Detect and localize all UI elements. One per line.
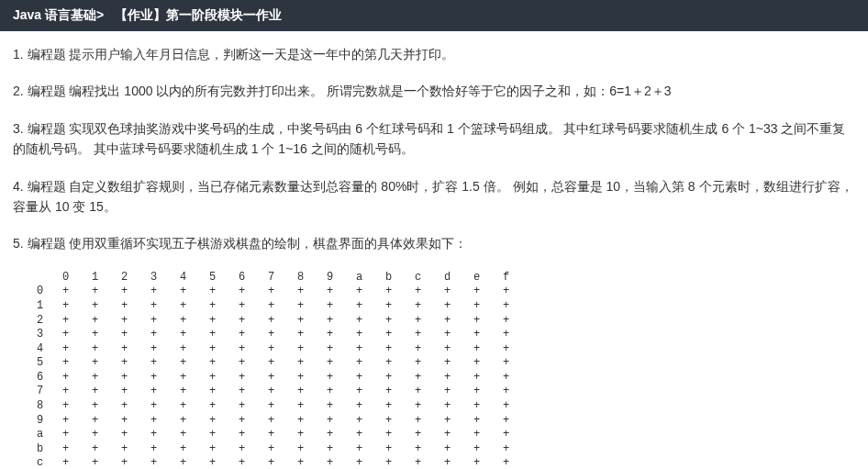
board-cell: +: [62, 314, 92, 329]
board-cell: +: [327, 328, 356, 342]
board-cell: +: [209, 385, 239, 399]
board-cell: +: [473, 314, 503, 329]
board-header-cell: 2: [121, 271, 150, 285]
board-cell: +: [150, 285, 180, 299]
board-cell: +: [92, 314, 121, 329]
board-cell: +: [385, 442, 415, 457]
board-cell: +: [385, 299, 415, 314]
board-cell: +: [180, 428, 209, 442]
board-cell: +: [503, 356, 532, 371]
board-cell: +: [473, 342, 503, 357]
board-cell: +: [503, 456, 532, 469]
board-cell: +: [385, 399, 415, 414]
board-cell: +: [62, 299, 92, 314]
board-cell: +: [297, 328, 327, 342]
board-cell: +: [503, 328, 532, 342]
board-cell: +: [209, 371, 239, 385]
problem-text: 提示用户输入年月日信息，判断这一天是这一年中的第几天并打印。: [69, 47, 454, 61]
board-cell: +: [239, 371, 268, 385]
board-cell: +: [503, 342, 532, 357]
board-cell: +: [150, 328, 180, 342]
board-cell: +: [327, 356, 356, 371]
board-cell: +: [473, 299, 503, 314]
board-row-label: a: [37, 428, 62, 442]
board-cell: +: [62, 328, 92, 342]
board-header-cell: b: [385, 271, 415, 285]
board-cell: +: [444, 299, 473, 314]
board-header-cell: 0: [62, 271, 92, 285]
board-cell: +: [150, 342, 180, 357]
board-cell: +: [385, 414, 415, 429]
board-row-label: 9: [37, 414, 62, 429]
board-cell: +: [180, 385, 209, 399]
board-cell: +: [92, 442, 121, 457]
breadcrumb-assignment: 【作业】第一阶段模块一作业: [115, 7, 282, 22]
board-row: 0++++++++++++++++: [37, 285, 855, 299]
problem-label: 1. 编程题: [13, 47, 66, 61]
board-cell: +: [209, 442, 239, 457]
board-row: 1++++++++++++++++: [37, 299, 855, 314]
board-cell: +: [415, 456, 444, 469]
board-header-cell: f: [503, 271, 532, 285]
board-cell: +: [92, 342, 121, 357]
board-cell: +: [150, 456, 180, 469]
board-cell: +: [150, 414, 180, 429]
board-cell: +: [297, 371, 327, 385]
board-header-cell: 9: [327, 271, 356, 285]
problem-text: 自定义数组扩容规则，当已存储元素数量达到总容量的 80%时，扩容 1.5 倍。 …: [13, 179, 853, 214]
board-cell: +: [239, 428, 268, 442]
board-cell: +: [268, 314, 297, 329]
board-cell: +: [356, 342, 385, 357]
board-cell: +: [327, 285, 356, 299]
board-cell: +: [209, 314, 239, 329]
board-header-cell: a: [356, 271, 385, 285]
board-cell: +: [503, 442, 532, 457]
board-cell: +: [121, 442, 150, 457]
board-header-cell: 1: [92, 271, 121, 285]
board-cell: +: [444, 285, 473, 299]
board-cell: +: [503, 299, 532, 314]
board-row-label: 4: [37, 342, 62, 357]
board-cell: +: [327, 456, 356, 469]
board-row-label: 7: [37, 385, 62, 399]
board-cell: +: [92, 299, 121, 314]
board-header-cell: 6: [239, 271, 268, 285]
board-cell: +: [62, 356, 92, 371]
problem-item: 2. 编程题 编程找出 1000 以内的所有完数并打印出来。 所谓完数就是一个数…: [13, 81, 855, 101]
board-cell: +: [473, 442, 503, 457]
board-cell: +: [473, 371, 503, 385]
board-cell: +: [209, 342, 239, 357]
board-cell: +: [385, 285, 415, 299]
board-cell: +: [415, 414, 444, 429]
board-cell: +: [503, 385, 532, 399]
board-cell: +: [62, 399, 92, 414]
board-cell: +: [121, 428, 150, 442]
board-cell: +: [121, 314, 150, 329]
board-cell: +: [92, 385, 121, 399]
board-cell: +: [473, 399, 503, 414]
board-cell: +: [327, 371, 356, 385]
board-cell: +: [239, 285, 268, 299]
board-cell: +: [297, 356, 327, 371]
board-cell: +: [327, 385, 356, 399]
board-cell: +: [503, 428, 532, 442]
board-row: 4++++++++++++++++: [37, 342, 855, 357]
board-row-label: 3: [37, 328, 62, 342]
board-cell: +: [92, 456, 121, 469]
board-cell: +: [415, 328, 444, 342]
board-cell: +: [121, 414, 150, 429]
board-cell: +: [92, 285, 121, 299]
board-row-label: 5: [37, 356, 62, 371]
board-cell: +: [297, 442, 327, 457]
board-cell: +: [268, 414, 297, 429]
board-row: 9++++++++++++++++: [37, 414, 855, 429]
board-cell: +: [268, 428, 297, 442]
board-cell: +: [209, 285, 239, 299]
board-cell: +: [268, 442, 297, 457]
problem-label: 5. 编程题: [13, 236, 66, 251]
board-cell: +: [385, 428, 415, 442]
board-header-cell: e: [473, 271, 503, 285]
board-cell: +: [92, 428, 121, 442]
problem-label: 3. 编程题: [13, 121, 66, 136]
board-cell: +: [268, 385, 297, 399]
